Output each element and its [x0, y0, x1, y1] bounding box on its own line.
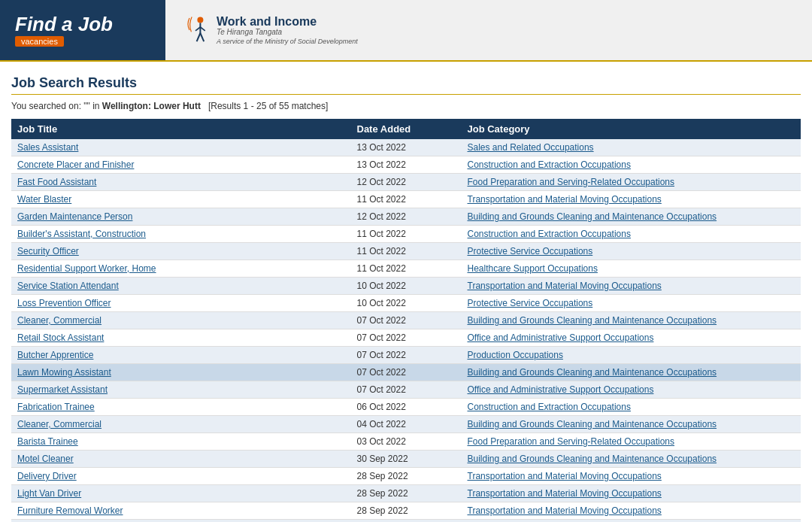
col-header-category: Job Category: [462, 119, 801, 139]
job-category-link[interactable]: Transportation and Material Moving Occup…: [468, 281, 662, 291]
svg-line-4: [197, 33, 201, 41]
job-title-link[interactable]: Sales Assistant: [17, 142, 78, 153]
job-category-link[interactable]: Transportation and Material Moving Occup…: [468, 471, 662, 481]
job-category-link[interactable]: Sales and Related Occupations: [468, 142, 594, 153]
job-title-link[interactable]: Motel Cleaner: [17, 454, 74, 464]
page-header: Find a Job vacancies Work and Income Te …: [0, 0, 812, 62]
table-row: Furniture Removal Worker28 Sep 2022Trans…: [11, 502, 801, 520]
job-date: 28 Sep 2022: [351, 468, 462, 485]
table-row: Cleaner, Commercial07 Oct 2022Building a…: [11, 312, 801, 329]
job-title-link[interactable]: Residential Support Worker, Home: [17, 263, 156, 274]
job-category-link[interactable]: Protective Service Occupations: [468, 298, 593, 308]
job-date: 11 Oct 2022: [351, 191, 462, 208]
wai-icon: [180, 15, 211, 45]
job-date: 06 Oct 2022: [351, 399, 462, 416]
job-date: 04 Oct 2022: [351, 416, 462, 433]
job-title-link[interactable]: Cleaner, Commercial: [17, 419, 102, 429]
job-category-link[interactable]: Building and Grounds Cleaning and Mainte…: [468, 419, 717, 429]
job-category-link[interactable]: Production Occupations: [468, 350, 563, 360]
table-row: Painter, Exterior28 Sep 2022Construction…: [11, 520, 801, 523]
table-row: Delivery Driver28 Sep 2022Transportation…: [11, 468, 801, 485]
job-title-link[interactable]: Furniture Removal Worker: [17, 505, 123, 516]
table-row: Motel Cleaner30 Sep 2022Building and Gro…: [11, 451, 801, 468]
job-category-link[interactable]: Building and Grounds Cleaning and Mainte…: [468, 211, 717, 222]
search-prefix: You searched on: "" in: [11, 101, 102, 111]
job-title-link[interactable]: Fabrication Trainee: [17, 402, 95, 412]
job-title-link[interactable]: Light Van Driver: [17, 488, 81, 499]
job-title-link[interactable]: Loss Prevention Officer: [17, 298, 111, 308]
job-title-link[interactable]: Concrete Placer and Finisher: [17, 159, 134, 170]
job-title-link[interactable]: Retail Stock Assistant: [17, 332, 104, 343]
job-title-link[interactable]: Cleaner, Commercial: [17, 315, 102, 326]
job-date: 07 Oct 2022: [351, 312, 462, 329]
table-row: Security Officer11 Oct 2022Protective Se…: [11, 243, 801, 260]
job-category-link[interactable]: Food Preparation and Serving-Related Occ…: [468, 177, 675, 187]
job-date: 12 Oct 2022: [351, 174, 462, 191]
table-row: Butcher Apprentice07 Oct 2022Production …: [11, 347, 801, 364]
svg-line-5: [200, 33, 204, 41]
job-date: 10 Oct 2022: [351, 295, 462, 312]
job-date: 11 Oct 2022: [351, 226, 462, 243]
table-row: Builder's Assistant, Construction11 Oct …: [11, 226, 801, 243]
job-category-link[interactable]: Building and Grounds Cleaning and Mainte…: [468, 367, 717, 378]
job-date: 03 Oct 2022: [351, 433, 462, 451]
job-category-link[interactable]: Healthcare Support Occupations: [468, 263, 598, 274]
job-date: 11 Oct 2022: [351, 260, 462, 278]
job-category-link[interactable]: Building and Grounds Cleaning and Mainte…: [468, 454, 717, 464]
job-category-link[interactable]: Transportation and Material Moving Occup…: [468, 194, 662, 205]
table-row: Garden Maintenance Person12 Oct 2022Buil…: [11, 208, 801, 226]
table-row: Light Van Driver28 Sep 2022Transportatio…: [11, 485, 801, 502]
job-category-link[interactable]: Transportation and Material Moving Occup…: [468, 488, 662, 499]
job-date: 13 Oct 2022: [351, 156, 462, 174]
job-title-link[interactable]: Supermarket Assistant: [17, 384, 108, 395]
job-date: 11 Oct 2022: [351, 243, 462, 260]
job-title-link[interactable]: Delivery Driver: [17, 471, 77, 481]
job-title-link[interactable]: Builder's Assistant, Construction: [17, 229, 146, 239]
job-title-link[interactable]: Butcher Apprentice: [17, 350, 93, 360]
job-category-link[interactable]: Construction and Extraction Occupations: [468, 229, 631, 239]
search-location: Wellington: Lower Hutt: [102, 101, 201, 111]
job-category-link[interactable]: Construction and Extraction Occupations: [468, 402, 631, 412]
find-a-job-logo: Find a Job vacancies: [0, 0, 165, 60]
svg-point-0: [197, 17, 203, 23]
job-date: 07 Oct 2022: [351, 364, 462, 381]
table-row: Supermarket Assistant07 Oct 2022Office a…: [11, 381, 801, 399]
job-category-link[interactable]: Office and Administrative Support Occupa…: [468, 332, 654, 343]
job-date: 07 Oct 2022: [351, 347, 462, 364]
job-title-link[interactable]: Service Station Attendant: [17, 281, 119, 291]
job-title-link[interactable]: Water Blaster: [17, 194, 71, 205]
job-date: 07 Oct 2022: [351, 381, 462, 399]
job-title-link[interactable]: Garden Maintenance Person: [17, 211, 132, 222]
table-row: Barista Trainee03 Oct 2022Food Preparati…: [11, 433, 801, 451]
table-row: Cleaner, Commercial04 Oct 2022Building a…: [11, 416, 801, 433]
table-row: Sales Assistant13 Oct 2022Sales and Rela…: [11, 139, 801, 156]
table-row: Loss Prevention Officer10 Oct 2022Protec…: [11, 295, 801, 312]
job-date: 10 Oct 2022: [351, 278, 462, 295]
job-category-link[interactable]: Transportation and Material Moving Occup…: [468, 505, 662, 516]
logo-find: Find a: [15, 13, 78, 35]
job-category-link[interactable]: Food Preparation and Serving-Related Occ…: [468, 436, 675, 447]
table-row: Water Blaster11 Oct 2022Transportation a…: [11, 191, 801, 208]
job-title-link[interactable]: Lawn Mowing Assistant: [17, 367, 111, 378]
job-date: 30 Sep 2022: [351, 451, 462, 468]
results-table: Job Title Date Added Job Category Sales …: [11, 119, 801, 522]
logo-title: Find a Job: [15, 14, 113, 35]
job-category-link[interactable]: Building and Grounds Cleaning and Mainte…: [468, 315, 717, 326]
job-title-link[interactable]: Fast Food Assistant: [17, 177, 96, 187]
job-date: 28 Sep 2022: [351, 520, 462, 523]
logo-job: Job: [78, 13, 113, 35]
table-row: Fabrication Trainee06 Oct 2022Constructi…: [11, 399, 801, 416]
job-title-link[interactable]: Barista Trainee: [17, 436, 78, 447]
table-header-row: Job Title Date Added Job Category: [11, 119, 801, 139]
job-category-link[interactable]: Protective Service Occupations: [468, 246, 593, 256]
job-title-link[interactable]: Security Officer: [17, 246, 79, 256]
job-category-link[interactable]: Office and Administrative Support Occupa…: [468, 384, 654, 395]
job-date: 28 Sep 2022: [351, 485, 462, 502]
table-row: Lawn Mowing Assistant07 Oct 2022Building…: [11, 364, 801, 381]
search-info: You searched on: "" in Wellington: Lower…: [11, 101, 801, 111]
table-row: Fast Food Assistant12 Oct 2022Food Prepa…: [11, 174, 801, 191]
search-results: [Results 1 - 25 of 55 matches]: [208, 101, 328, 111]
wai-text-block: Work and Income Te Hiranga Tangata A ser…: [217, 15, 358, 46]
wai-name: Work and Income: [217, 15, 358, 29]
job-category-link[interactable]: Construction and Extraction Occupations: [468, 159, 631, 170]
